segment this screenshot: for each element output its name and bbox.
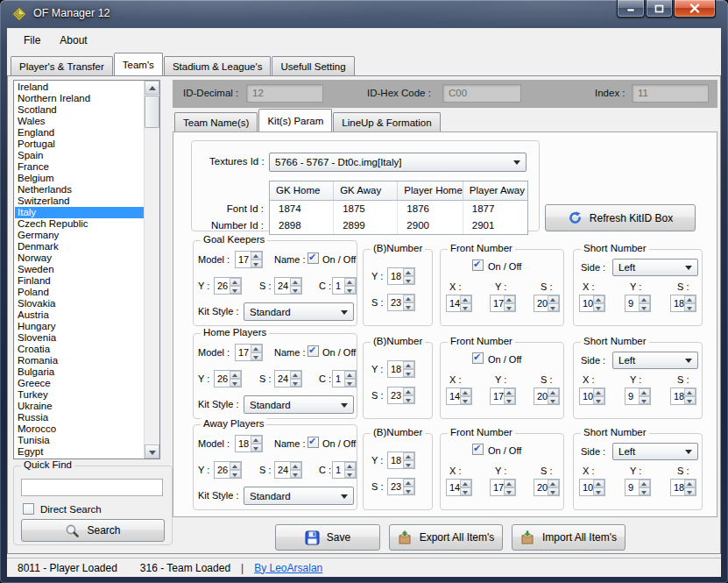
y-spinner[interactable]: 26: [214, 277, 242, 295]
short-s-spinner[interactable]: 18: [670, 479, 696, 496]
model-spinner[interactable]: 18: [235, 435, 263, 452]
search-button[interactable]: Search: [21, 519, 165, 542]
short-y-spinner[interactable]: 9: [625, 479, 651, 496]
import-all-button[interactable]: Import All Item's: [512, 524, 626, 551]
c-spinner[interactable]: 1: [332, 461, 357, 479]
tab-stadium-league-s[interactable]: Stadium & League's: [164, 56, 272, 75]
tab-team-s[interactable]: Team's: [114, 53, 163, 75]
inner-tab-team-name-s[interactable]: Team Name(s): [174, 112, 258, 132]
list-item-italy[interactable]: Italy: [15, 207, 145, 218]
list-item-poland[interactable]: Poland: [15, 287, 145, 298]
list-item-denmark[interactable]: Denmark: [15, 241, 145, 252]
list-item-sweden[interactable]: Sweden: [15, 264, 145, 275]
name-on-off-checkbox[interactable]: [307, 345, 319, 357]
list-item-turkey[interactable]: Turkey: [15, 389, 145, 401]
short-y-spinner[interactable]: 9: [625, 387, 651, 405]
save-button[interactable]: Save: [275, 524, 380, 551]
s-spinner[interactable]: 24: [274, 461, 302, 479]
list-item-switzerland[interactable]: Switzerland: [15, 196, 145, 207]
s-spinner[interactable]: 24: [274, 370, 302, 387]
list-item-spain[interactable]: Spain: [15, 150, 145, 161]
menu-about[interactable]: About: [50, 31, 96, 50]
side-combo[interactable]: Left: [612, 259, 698, 276]
scroll-thumb[interactable]: [145, 96, 159, 128]
list-item-greece[interactable]: Greece: [15, 378, 145, 389]
short-x-spinner[interactable]: 10: [579, 387, 605, 405]
front-s-spinner[interactable]: 20: [534, 387, 560, 405]
short-s-spinner[interactable]: 18: [670, 387, 696, 405]
model-spinner[interactable]: 17: [235, 344, 263, 361]
list-item-slovenia[interactable]: Slovenia: [15, 332, 145, 344]
scroll-down-button[interactable]: [145, 444, 159, 459]
c-spinner[interactable]: 1: [332, 277, 357, 295]
model-spinner[interactable]: 17: [235, 251, 263, 268]
short-x-spinner[interactable]: 10: [579, 479, 605, 496]
list-item-france[interactable]: France: [15, 161, 145, 173]
short-y-spinner[interactable]: 9: [625, 295, 651, 312]
list-item-scotland[interactable]: Scotland: [15, 104, 145, 116]
list-item-portugal[interactable]: Portugal: [15, 139, 145, 150]
kit-style-combo[interactable]: Standard: [244, 302, 354, 321]
short-s-spinner[interactable]: 18: [670, 295, 696, 312]
minimize-button[interactable]: [617, 0, 645, 18]
y-spinner[interactable]: 26: [214, 461, 242, 479]
list-item-belgium[interactable]: Belgium: [15, 173, 145, 184]
list-item-northern-ireland[interactable]: Northern Ireland: [15, 93, 145, 104]
list-item-tunisia[interactable]: Tunisia: [15, 435, 145, 446]
bnumber-s-spinner[interactable]: 23: [387, 294, 415, 311]
side-combo[interactable]: Left: [612, 443, 698, 460]
kit-style-combo[interactable]: Standard: [244, 487, 354, 505]
maximize-button[interactable]: [646, 0, 673, 18]
front-x-spinner[interactable]: 14: [446, 387, 472, 405]
name-on-off-checkbox[interactable]: [307, 437, 319, 448]
list-item-austria[interactable]: Austria: [15, 309, 145, 321]
front-x-spinner[interactable]: 14: [446, 479, 472, 496]
list-item-slovakia[interactable]: Slovakia: [15, 298, 145, 309]
direct-search-checkbox[interactable]: [23, 503, 34, 515]
name-on-off-checkbox[interactable]: [307, 252, 319, 264]
front-number-checkbox[interactable]: [472, 352, 484, 364]
refresh-kitid-button[interactable]: Refresh KitID Box: [545, 204, 696, 231]
scroll-up-button[interactable]: [145, 81, 159, 95]
tab-player-s-transfer[interactable]: Player's & Transfer: [11, 56, 113, 75]
front-x-spinner[interactable]: 14: [446, 295, 472, 312]
bnumber-y-spinner[interactable]: 18: [387, 451, 415, 469]
list-item-hungary[interactable]: Hungary: [15, 321, 145, 332]
list-item-wales[interactable]: Wales: [15, 116, 145, 127]
short-x-spinner[interactable]: 10: [579, 295, 605, 312]
front-number-checkbox[interactable]: [472, 260, 484, 271]
front-s-spinner[interactable]: 20: [534, 295, 560, 312]
export-all-button[interactable]: Export All Item's: [389, 524, 503, 551]
bnumber-y-spinner[interactable]: 18: [387, 267, 415, 285]
list-item-england[interactable]: England: [15, 127, 145, 139]
inner-tab-lineup-formation[interactable]: LineUp & Formation: [333, 112, 440, 132]
side-combo[interactable]: Left: [612, 352, 698, 369]
list-item-romania[interactable]: Romania: [15, 355, 145, 366]
list-item-germany[interactable]: Germany: [15, 230, 145, 241]
list-item-morocco[interactable]: Morocco: [15, 423, 145, 435]
list-item-russia[interactable]: Russia: [15, 412, 145, 423]
front-s-spinner[interactable]: 20: [534, 479, 560, 496]
front-y-spinner[interactable]: 17: [490, 387, 516, 405]
close-button[interactable]: [674, 0, 716, 18]
title-bar[interactable]: OF Manager 12: [0, 0, 728, 28]
bnumber-y-spinner[interactable]: 18: [387, 360, 415, 378]
front-number-checkbox[interactable]: [472, 444, 484, 455]
list-item-bulgaria[interactable]: Bulgaria: [15, 366, 145, 378]
s-spinner[interactable]: 24: [274, 277, 302, 295]
textures-id-combo[interactable]: 5766 - 5767 - Dt0c.img[Italy]: [269, 153, 527, 172]
list-item-norway[interactable]: Norway: [15, 252, 145, 264]
quick-find-input[interactable]: [21, 479, 163, 496]
front-y-spinner[interactable]: 17: [490, 295, 516, 312]
list-item-egypt[interactable]: Egypt: [15, 446, 145, 458]
c-spinner[interactable]: 1: [332, 370, 357, 387]
y-spinner[interactable]: 26: [214, 370, 242, 387]
list-item-finland[interactable]: Finland: [15, 275, 145, 287]
bnumber-s-spinner[interactable]: 23: [387, 387, 415, 404]
menu-file[interactable]: File: [14, 31, 50, 50]
credit-link[interactable]: By LeoArsalan: [254, 562, 322, 574]
list-item-ukraine[interactable]: Ukraine: [15, 401, 145, 412]
kit-style-combo[interactable]: Standard: [244, 395, 354, 414]
tab-usefull-setting[interactable]: Usefull Setting: [272, 56, 354, 75]
inner-tab-kit-s-param[interactable]: Kit(s) Param: [258, 109, 332, 132]
